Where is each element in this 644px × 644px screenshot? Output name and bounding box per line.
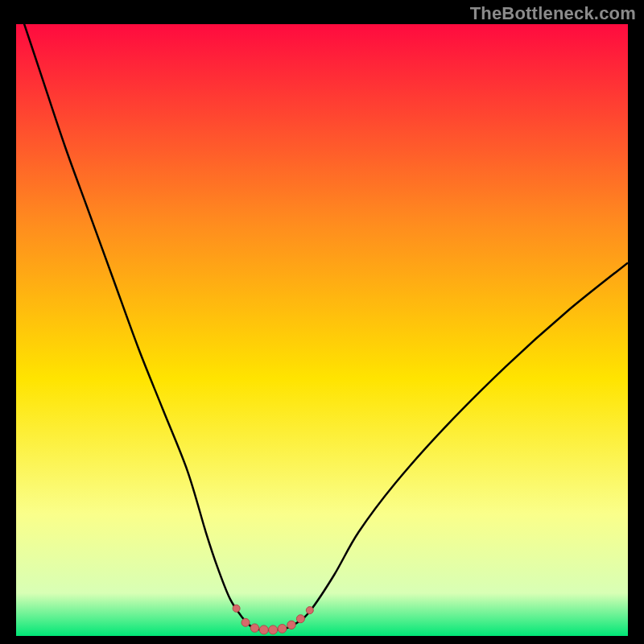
valley-marker (287, 621, 295, 629)
valley-marker (233, 605, 240, 612)
valley-marker (306, 607, 313, 614)
valley-marker (259, 625, 268, 634)
chart-stage: TheBottleneck.com (0, 0, 644, 644)
valley-marker (278, 625, 287, 634)
valley-marker (250, 624, 258, 632)
valley-marker (296, 615, 304, 623)
valley-marker (269, 625, 278, 634)
watermark-text: TheBottleneck.com (470, 3, 636, 24)
plot-background (16, 24, 628, 636)
valley-marker (242, 618, 250, 626)
bottleneck-chart (0, 0, 644, 644)
